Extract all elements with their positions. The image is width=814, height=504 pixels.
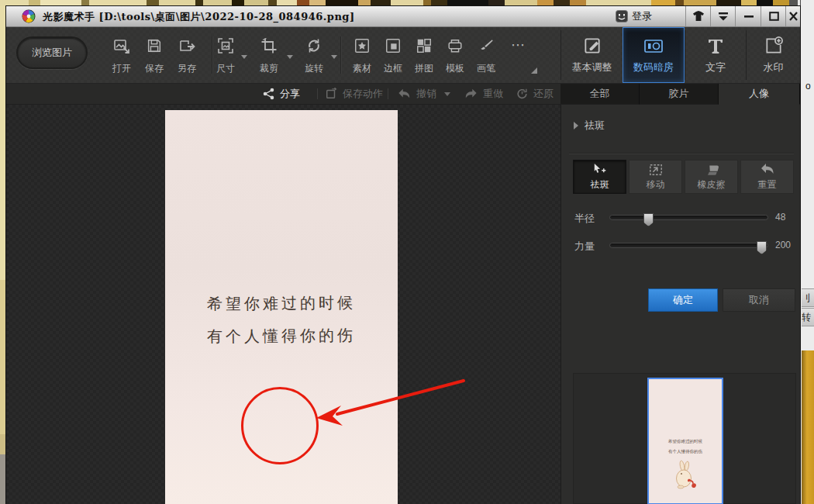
strength-slider-row: 力量 200 <box>561 238 801 254</box>
edge-button-fragment: 刂 <box>802 288 814 307</box>
desktop-background-left <box>0 6 6 504</box>
undo-dropdown-arrow-icon[interactable] <box>444 92 450 96</box>
redo-button[interactable]: 重做 <box>464 84 503 104</box>
eraser-icon <box>703 163 720 177</box>
save-button[interactable]: 保存 <box>137 34 171 77</box>
radius-value: 48 <box>775 212 785 223</box>
share-button[interactable]: 分享 <box>262 84 300 104</box>
blemish-cursor-icon <box>592 163 609 177</box>
section-divider <box>569 153 794 154</box>
tool-reset-button[interactable]: 重置 <box>740 160 794 194</box>
confirm-button[interactable]: 确定 <box>648 288 718 312</box>
chevron-right-icon <box>574 122 578 129</box>
red-arrow-annotation <box>6 105 560 504</box>
thumbnail-strip: 希望你难过的时候 有个人懂得你的伤 <box>573 373 796 504</box>
browse-images-label: 浏览图片 <box>32 46 72 60</box>
collapse-window-button[interactable] <box>710 6 736 26</box>
open-icon <box>112 36 131 56</box>
browse-images-button[interactable]: 浏览图片 <box>16 36 88 69</box>
strength-value: 200 <box>775 240 791 250</box>
crop-button[interactable]: 裁剪 <box>252 34 286 77</box>
brush-button[interactable]: 画笔 <box>469 34 503 77</box>
resize-button[interactable]: 尺寸 <box>209 34 243 77</box>
edit-square-icon <box>582 36 602 56</box>
rabbit-illustration <box>671 460 702 492</box>
close-button[interactable] <box>785 6 801 26</box>
frame-border-icon <box>385 36 402 56</box>
brush-icon <box>477 36 495 56</box>
tab-portrait[interactable]: 人像 <box>719 84 800 105</box>
collage-grid-icon <box>416 36 433 56</box>
undo-icon <box>397 88 412 100</box>
save-icon <box>146 36 163 56</box>
cancel-button[interactable]: 取消 <box>723 288 795 312</box>
collage-button[interactable]: 拼图 <box>407 34 441 77</box>
window-title: 光影魔术手 [D:\tools\桌面\图片\2022-10-28_084946.… <box>43 10 355 24</box>
maximize-button[interactable] <box>761 6 786 26</box>
image-thumbnail[interactable]: 希望你难过的时候 有个人懂得你的伤 <box>647 378 723 504</box>
save-as-button[interactable]: 另存 <box>170 34 204 77</box>
strength-slider-thumb[interactable] <box>757 241 767 254</box>
edge-image-fragment <box>802 350 814 504</box>
smiley-icon <box>616 10 628 22</box>
crop-dropdown-arrow-icon[interactable] <box>287 55 293 59</box>
crop-icon <box>260 36 278 56</box>
thumbnail-text-line1: 希望你难过的时候 <box>652 438 719 444</box>
tool-blemish-button[interactable]: 祛斑 <box>573 160 626 194</box>
mode-digital-darkroom-button[interactable]: 数码暗房 <box>623 27 685 83</box>
radius-slider-row: 半径 48 <box>561 210 801 226</box>
resize-icon <box>216 36 235 56</box>
rotate-button[interactable]: 旋转 <box>297 34 331 77</box>
text-T-icon <box>706 36 725 56</box>
mode-watermark-button[interactable]: 水印 <box>747 27 800 83</box>
edge-button-fragment: 转 <box>802 308 814 326</box>
ellipsis-icon: ⋯ <box>511 36 526 54</box>
action-bar: 分享 保存动作 撤销 <box>6 84 560 105</box>
skin-theme-button[interactable] <box>685 6 711 26</box>
background-window-sliver: o 刂 转 <box>800 0 814 504</box>
tool-move-button[interactable]: 移动 <box>629 160 682 194</box>
minimize-icon <box>743 12 754 21</box>
title-bar: 光影魔术手 [D:\tools\桌面\图片\2022-10-28_084946.… <box>6 6 800 27</box>
camera-icon <box>643 36 664 56</box>
right-panel: 祛斑 祛斑 移动 <box>560 105 800 504</box>
frame-border-button[interactable]: 边框 <box>376 34 410 77</box>
save-action-button[interactable]: 保存动作 <box>325 84 383 104</box>
shirt-icon <box>692 11 705 22</box>
open-button[interactable]: 打开 <box>105 34 139 77</box>
thumbnail-text-line2: 有个人懂得你的伤 <box>652 448 719 454</box>
login-button[interactable]: 登录 <box>616 6 652 26</box>
reset-undo-icon <box>760 163 775 177</box>
strength-slider-track[interactable] <box>609 243 768 248</box>
tool-eraser-button[interactable]: 橡皮擦 <box>685 160 738 194</box>
app-root: o 刂 转 光影魔术手 [D:\tools\桌面\图片\2022-10-28_0… <box>0 0 814 504</box>
mode-text-button[interactable]: 文字 <box>685 27 746 83</box>
restore-button[interactable]: 还原 <box>516 84 554 104</box>
corner-expand-icon <box>531 67 537 74</box>
actionbar-separator <box>388 88 388 99</box>
rotate-dropdown-arrow-icon[interactable] <box>331 55 337 59</box>
tab-all-filters[interactable]: 全部 <box>560 84 640 105</box>
template-button[interactable]: 模板 <box>438 34 472 77</box>
resize-dropdown-arrow-icon[interactable] <box>241 55 247 59</box>
actionbar-separator <box>317 88 318 99</box>
rotate-icon <box>305 36 323 56</box>
radius-slider-thumb[interactable] <box>643 213 654 226</box>
undo-button[interactable]: 撤销 <box>397 84 450 104</box>
radius-slider-track[interactable] <box>609 215 768 220</box>
canvas-area[interactable]: 希望你难过的时候 有个人懂得你的伤 <box>6 105 560 504</box>
edge-text-fragment: o <box>805 81 811 91</box>
section-header-blemish[interactable]: 祛斑 <box>574 119 605 133</box>
close-icon <box>788 12 798 21</box>
share-icon <box>262 88 275 100</box>
login-label: 登录 <box>632 9 652 23</box>
more-tools-button[interactable]: ⋯ <box>506 35 540 77</box>
toolbar-separator <box>340 36 342 74</box>
tab-film[interactable]: 胶片 <box>640 84 719 105</box>
app-window: 光影魔术手 [D:\tools\桌面\图片\2022-10-28_084946.… <box>6 6 800 504</box>
minimize-button[interactable] <box>735 6 761 26</box>
material-button[interactable]: 素材 <box>345 34 379 77</box>
app-logo-icon <box>22 9 36 23</box>
main-toolbar: 浏览图片 打开 <box>6 27 800 84</box>
mode-basic-adjust-button[interactable]: 基本调整 <box>561 27 623 83</box>
